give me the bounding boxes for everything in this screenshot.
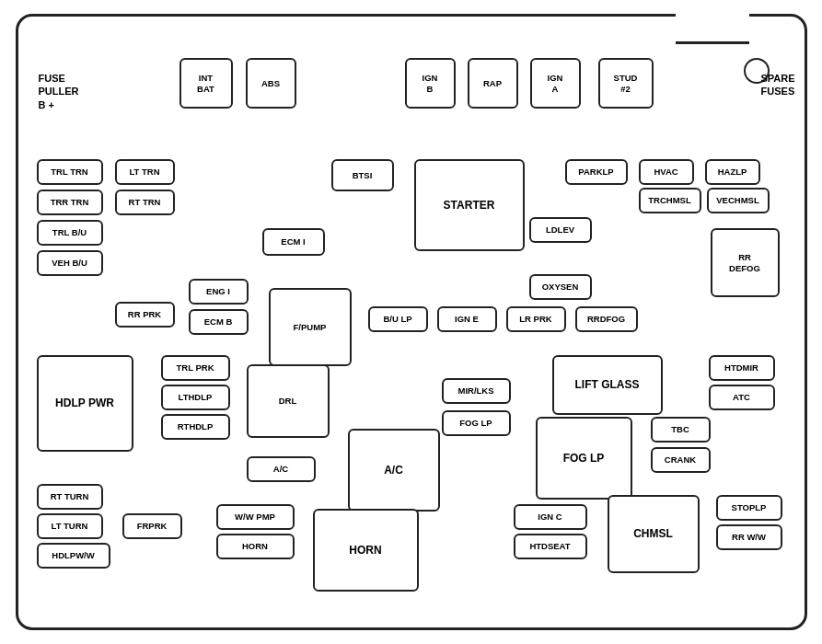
- fuse-fpump: F/PUMP: [269, 288, 352, 366]
- fuse-frprk: FRPRK: [122, 513, 182, 539]
- fuse-rr-prk: RR PRK: [115, 302, 175, 328]
- fuse-stud2: STUD#2: [598, 58, 654, 109]
- fuse-hdlp-pwr: HDLP PWR: [37, 355, 133, 452]
- fuse-rr-defog: RRDEFOG: [711, 228, 780, 297]
- fuse-chmsl: CHMSL: [608, 495, 700, 573]
- spare-fuses-label: SPAREFUSES: [760, 72, 794, 98]
- fuse-box-diagram: FUSEPULLERB + SPAREFUSES INTBATABSIGNBRA…: [16, 14, 807, 630]
- fuse-drl: DRL: [247, 364, 330, 438]
- fuse-rt-trn: RT TRN: [115, 190, 175, 215]
- fuse-lt-turn: LT TURN: [37, 513, 103, 539]
- fuse-trl-bu: TRL B/U: [37, 220, 103, 246]
- fuse-ecm-b: ECM B: [189, 309, 249, 335]
- fuse-fog-lp-sm: FOG LP: [442, 410, 511, 436]
- fuse-ldlev: LDLEV: [529, 217, 592, 243]
- fuse-ecm-i: ECM I: [262, 228, 325, 256]
- fuse-rr-ww: RR W/W: [716, 524, 782, 550]
- fuse-lt-trn: LT TRN: [115, 159, 175, 185]
- fuse-trchmsl: TRCHMSL: [639, 188, 701, 213]
- fuse-crank: CRANK: [651, 447, 711, 473]
- fuse-tbc: TBC: [651, 417, 711, 443]
- fuse-mir-lks: MIR/LKS: [442, 378, 511, 404]
- fuse-oxysen: OXYSEN: [529, 274, 592, 300]
- fuse-abs: ABS: [246, 58, 296, 109]
- fuse-rt-turn: RT TURN: [37, 484, 103, 510]
- fuse-ign-b: IGNB: [405, 58, 456, 109]
- fuse-ign-e: IGN E: [437, 306, 497, 332]
- fuse-htdmir: HTDMIR: [709, 355, 775, 381]
- fuse-puller-label: FUSEPULLERB +: [39, 72, 79, 111]
- fuse-trl-prk: TRL PRK: [161, 355, 230, 381]
- fuse-ign-a: IGNA: [530, 58, 581, 109]
- fuse-fog-lp-lg: FOG LP: [536, 417, 632, 500]
- fuse-ac-sm: A/C: [247, 456, 316, 482]
- fuse-ww-pmp: W/W PMP: [216, 504, 295, 530]
- fuse-btsi: BTSI: [331, 159, 394, 191]
- fuse-stoplp: STOPLP: [716, 495, 782, 521]
- fuse-trr-trn: TRR TRN: [37, 190, 103, 215]
- fuse-horn-lg: HORN: [313, 509, 419, 592]
- fuse-rap: RAP: [468, 58, 518, 109]
- fuse-rrdfog: RRDFOG: [575, 306, 638, 332]
- fuse-hdlpww: HDLPW/W: [37, 543, 110, 569]
- fuse-htdseat: HTDSEAT: [514, 534, 587, 559]
- fuse-ac-lg: A/C: [348, 429, 440, 512]
- fuse-int-bat: INTBAT: [179, 58, 233, 109]
- fuse-vechmsl: VECHMSL: [707, 188, 770, 213]
- fuse-rthdlp: RTHDLP: [161, 414, 230, 440]
- fuse-horn-sm: HORN: [216, 534, 295, 559]
- fuse-hazlp: HAZLP: [705, 159, 760, 185]
- fuse-veh-bu: VEH B/U: [37, 250, 103, 276]
- fuse-lift-glass: LIFT GLASS: [552, 355, 663, 415]
- fuse-trl-trn: TRL TRN: [37, 159, 103, 185]
- fuse-lr-prk: LR PRK: [506, 306, 566, 332]
- fuse-bu-lp: B/U LP: [368, 306, 428, 332]
- fuse-ign-c: IGN C: [514, 504, 587, 530]
- fuse-lthdlp: LTHDLP: [161, 385, 230, 410]
- fuse-hvac: HVAC: [639, 159, 694, 185]
- fuse-parklp: PARKLP: [565, 159, 628, 185]
- fuse-eng-i: ENG I: [189, 279, 249, 305]
- fuse-starter: STARTER: [414, 159, 525, 251]
- fuse-atc: ATC: [709, 385, 775, 410]
